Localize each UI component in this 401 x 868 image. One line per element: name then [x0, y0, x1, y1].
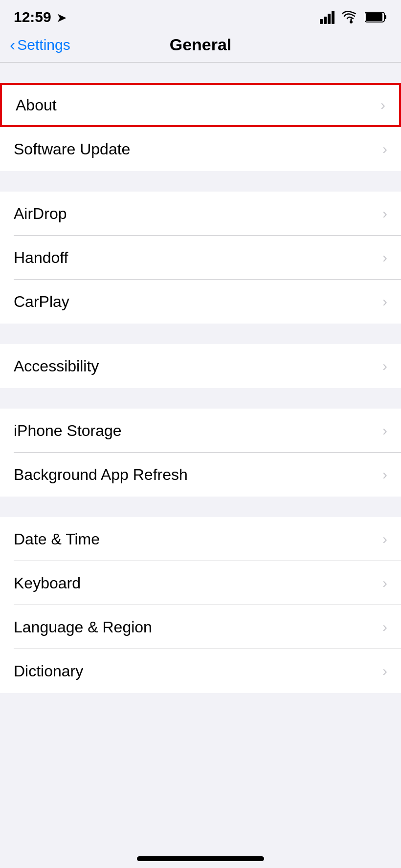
- wifi-icon: [342, 10, 360, 24]
- status-bar: 12:59 ➤: [0, 0, 401, 30]
- svg-rect-6: [384, 15, 386, 19]
- svg-rect-0: [320, 19, 323, 24]
- section-gap-2: [0, 324, 401, 344]
- home-indicator: [0, 846, 401, 868]
- row-iphone-storage-label: iPhone Storage: [14, 422, 122, 440]
- row-airdrop-label: AirDrop: [14, 205, 67, 223]
- row-keyboard-label: Keyboard: [14, 574, 81, 592]
- row-about-chevron: ›: [380, 97, 385, 113]
- svg-rect-7: [366, 13, 382, 21]
- row-handoff-label: Handoff: [14, 249, 68, 267]
- row-keyboard[interactable]: Keyboard ›: [0, 561, 401, 605]
- row-dictionary-label: Dictionary: [14, 662, 83, 680]
- row-iphone-storage-chevron: ›: [382, 422, 387, 439]
- row-date-time-label: Date & Time: [14, 530, 100, 548]
- row-carplay-label: CarPlay: [14, 293, 69, 311]
- row-about[interactable]: About ›: [0, 83, 401, 127]
- section-about: About › Software Update ›: [0, 83, 401, 171]
- scroll-content: About › Software Update › AirDrop › Hand…: [0, 63, 401, 846]
- row-date-time[interactable]: Date & Time ›: [0, 517, 401, 561]
- row-language-region-chevron: ›: [382, 619, 387, 635]
- status-left: 12:59 ➤: [14, 9, 67, 25]
- row-date-time-chevron: ›: [382, 531, 387, 547]
- row-software-update-label: Software Update: [14, 140, 130, 158]
- page-wrapper: 12:59 ➤: [0, 0, 401, 868]
- battery-icon: [365, 11, 387, 23]
- section-gap-7: [0, 734, 401, 755]
- section-gap-3: [0, 388, 401, 409]
- row-accessibility[interactable]: Accessibility ›: [0, 344, 401, 388]
- row-handoff[interactable]: Handoff ›: [0, 236, 401, 280]
- section-connectivity: AirDrop › Handoff › CarPlay ›: [0, 192, 401, 324]
- back-label: Settings: [17, 37, 70, 53]
- nav-bar: ‹ Settings General: [0, 30, 401, 62]
- svg-rect-3: [332, 11, 334, 24]
- section-gap-6: [0, 714, 401, 734]
- back-button[interactable]: ‹ Settings: [10, 37, 70, 53]
- svg-rect-2: [328, 14, 331, 24]
- home-bar: [137, 856, 264, 861]
- status-icons: [320, 10, 387, 24]
- row-carplay[interactable]: CarPlay ›: [0, 280, 401, 324]
- row-keyboard-chevron: ›: [382, 575, 387, 591]
- row-accessibility-label: Accessibility: [14, 357, 99, 375]
- back-chevron-icon: ‹: [10, 36, 15, 53]
- svg-rect-1: [324, 17, 327, 24]
- row-language-region[interactable]: Language & Region ›: [0, 605, 401, 649]
- row-software-update-chevron: ›: [382, 141, 387, 157]
- row-background-app-refresh-label: Background App Refresh: [14, 466, 188, 484]
- row-about-label: About: [16, 96, 57, 114]
- row-background-app-refresh[interactable]: Background App Refresh ›: [0, 453, 401, 497]
- location-icon: ➤: [56, 10, 67, 25]
- row-airdrop-chevron: ›: [382, 205, 387, 222]
- row-language-region-label: Language & Region: [14, 618, 152, 636]
- svg-point-4: [350, 21, 353, 23]
- section-locale: Date & Time › Keyboard › Language & Regi…: [0, 517, 401, 693]
- row-iphone-storage[interactable]: iPhone Storage ›: [0, 409, 401, 453]
- row-carplay-chevron: ›: [382, 293, 387, 310]
- section-gap-5: [0, 693, 401, 714]
- row-software-update[interactable]: Software Update ›: [0, 127, 401, 171]
- row-airdrop[interactable]: AirDrop ›: [0, 192, 401, 236]
- section-gap-0: [0, 63, 401, 83]
- signal-icon: [320, 10, 337, 24]
- row-dictionary-chevron: ›: [382, 663, 387, 679]
- section-accessibility: Accessibility ›: [0, 344, 401, 388]
- section-gap-4: [0, 497, 401, 517]
- section-gap-1: [0, 171, 401, 192]
- row-dictionary[interactable]: Dictionary ›: [0, 649, 401, 693]
- status-time: 12:59: [14, 9, 51, 25]
- row-background-app-refresh-chevron: ›: [382, 466, 387, 483]
- row-accessibility-chevron: ›: [382, 358, 387, 374]
- section-storage: iPhone Storage › Background App Refresh …: [0, 409, 401, 497]
- row-handoff-chevron: ›: [382, 249, 387, 266]
- page-title: General: [170, 35, 232, 54]
